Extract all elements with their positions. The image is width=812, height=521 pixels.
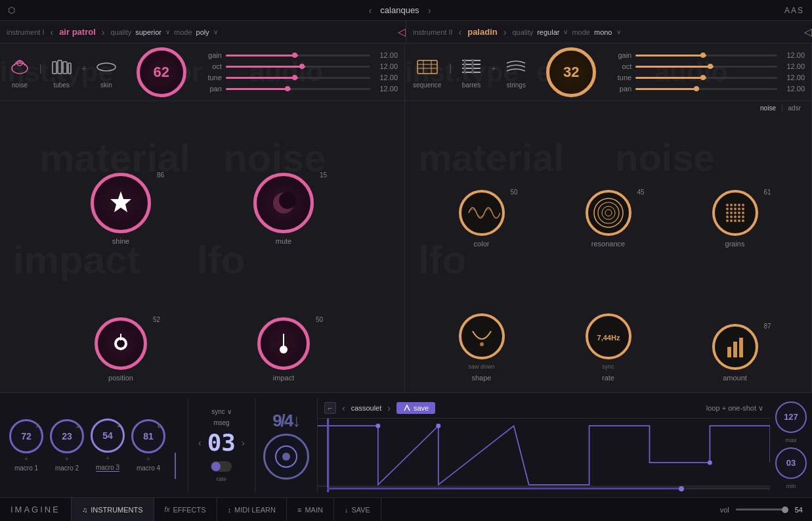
effects-icon: fx bbox=[165, 506, 170, 513]
svg-point-34 bbox=[734, 204, 737, 206]
mseg-prev-btn[interactable]: ‹ bbox=[196, 438, 203, 448]
inst2-slider-gain[interactable]: gain 12.00 bbox=[613, 51, 805, 59]
title-prev-btn[interactable]: ‹ bbox=[367, 5, 374, 16]
inst2-name: paladin bbox=[467, 27, 498, 37]
svg-point-65 bbox=[436, 424, 440, 428]
midi-icon: ↕ bbox=[228, 506, 232, 514]
knob-color[interactable]: 50 color bbox=[459, 190, 505, 248]
mseg-toggle[interactable] bbox=[211, 461, 232, 472]
inst2-strings-label: strings bbox=[506, 81, 525, 89]
inst1-mode-arrow[interactable]: ∨ bbox=[213, 28, 218, 35]
inst1-prev-btn[interactable]: ‹ bbox=[48, 27, 55, 37]
macro3-item: 1 54 + macro 3 bbox=[91, 419, 125, 472]
aas-label: AAS bbox=[784, 6, 804, 15]
svg-point-50 bbox=[738, 215, 740, 218]
macro1-knob[interactable]: 7 72 bbox=[9, 419, 43, 453]
knob-grains[interactable]: 61 bbox=[712, 190, 758, 248]
macro3-knob[interactable]: 1 54 bbox=[91, 419, 125, 453]
top-bar: ⬡ ‹ calanques › AAS bbox=[0, 0, 812, 21]
inst2-prev-btn[interactable]: ‹ bbox=[457, 27, 464, 37]
svg-point-56 bbox=[742, 219, 744, 222]
inst1-slider-gain[interactable]: gain 12.00 bbox=[203, 51, 398, 59]
top-title-area: ‹ calanques › bbox=[367, 5, 433, 16]
macros-area: 7 72 + macro 1 3 23 + macro 2 1 54 bbox=[0, 398, 188, 492]
noise-tab[interactable]: noise bbox=[758, 104, 779, 112]
inst1-header-panel: instrument I ‹ air patrol › quality supe… bbox=[0, 21, 398, 43]
save-button[interactable]: save bbox=[396, 402, 435, 414]
waveform-scrubber[interactable] bbox=[327, 487, 770, 489]
inst2-quality-label: quality bbox=[512, 28, 533, 36]
svg-point-42 bbox=[726, 212, 729, 214]
inst2-next-btn[interactable]: › bbox=[502, 27, 509, 37]
inst1-quality-arrow[interactable]: ∨ bbox=[165, 28, 170, 35]
min-knob[interactable]: 03 bbox=[775, 447, 807, 479]
macro4-num: 8 bbox=[158, 422, 161, 429]
plus1: | bbox=[39, 63, 42, 81]
macro4-knob[interactable]: 8 81 bbox=[131, 419, 165, 453]
knob-amount[interactable]: 87 amount bbox=[712, 324, 758, 382]
mute-val: 15 bbox=[320, 171, 327, 179]
inst2-slider-oct[interactable]: oct 12.00 bbox=[613, 62, 805, 70]
inst1-icon-skin[interactable]: skin bbox=[95, 55, 118, 89]
mseg-label: mseg bbox=[213, 419, 229, 426]
inst2-slider-tune[interactable]: tune 12.00 bbox=[613, 74, 805, 81]
knob-shine[interactable]: 86 shine bbox=[91, 173, 151, 245]
nav-instruments[interactable]: ♫ INSTRUMENTS bbox=[72, 498, 154, 522]
knob-resonance[interactable]: 45 resonance bbox=[586, 190, 631, 248]
svg-point-35 bbox=[738, 204, 740, 206]
svg-point-57 bbox=[480, 342, 484, 346]
inst1-mute-btn[interactable]: ◁ bbox=[398, 21, 406, 43]
macro2-knob[interactable]: 3 23 bbox=[50, 419, 84, 453]
max-knob[interactable]: 127 bbox=[775, 401, 807, 433]
nav-main[interactable]: ≡ MAIN bbox=[287, 498, 334, 522]
macro2-add[interactable]: + bbox=[65, 455, 69, 463]
nav-effects[interactable]: fx EFFECTS bbox=[154, 498, 217, 522]
inst1-dial[interactable]: 62 bbox=[126, 43, 197, 101]
adsr-tab[interactable]: adsr bbox=[786, 104, 803, 112]
inst2-dial[interactable]: 32 bbox=[536, 43, 607, 101]
macro1-val: 72 bbox=[21, 431, 32, 442]
oct-val: 12.00 bbox=[374, 62, 398, 70]
macro4-val: 81 bbox=[143, 431, 154, 442]
knob-impact[interactable]: 50 impact bbox=[257, 317, 310, 382]
cassoulet-mode-btn[interactable]: ⌐ bbox=[324, 402, 336, 414]
knob-shape[interactable]: saw down shape bbox=[459, 313, 505, 382]
mseg-toggle-row bbox=[211, 461, 232, 472]
max-label: max bbox=[785, 437, 796, 443]
knob-mute[interactable]: 15 mute bbox=[253, 173, 314, 245]
waveform-svg bbox=[318, 419, 770, 492]
macro4-add[interactable]: + bbox=[146, 455, 150, 463]
macro1-add[interactable]: + bbox=[24, 455, 28, 463]
inst1-next-btn[interactable]: › bbox=[100, 27, 107, 37]
loop-label[interactable]: loop + one-shot ∨ bbox=[706, 404, 763, 413]
nav-midi[interactable]: ↕ MIDI LEARN bbox=[217, 498, 287, 522]
inst2-seq-label: sequence bbox=[413, 81, 441, 89]
title-next-btn[interactable]: › bbox=[426, 5, 433, 16]
knob-position[interactable]: 52 position bbox=[95, 317, 147, 382]
pan-val: 12.00 bbox=[374, 85, 398, 93]
mseg-next-btn[interactable]: › bbox=[240, 438, 247, 448]
inst2-slider-pan[interactable]: pan 12.00 bbox=[613, 85, 805, 93]
knob-rate[interactable]: 7,44Hz sync rate bbox=[586, 313, 631, 382]
cassoulet-prev[interactable]: ‹ bbox=[340, 403, 347, 413]
cassoulet-top-row: ⌐ ‹ cassoulet › save loop + one-shot ∨ bbox=[318, 398, 770, 419]
inst1-slider-tune[interactable]: tune 12.00 bbox=[203, 74, 398, 81]
inst2-icon-strings[interactable]: strings bbox=[504, 55, 528, 89]
inst2-icon-sequence[interactable]: sequence bbox=[413, 55, 441, 89]
vol-slider[interactable] bbox=[736, 509, 788, 510]
inst1-label: instrument I bbox=[7, 28, 44, 36]
inst2-icon-barres[interactable]: barres bbox=[459, 55, 483, 89]
inst1-icon-noise[interactable]: noise bbox=[8, 55, 32, 89]
sync-dropdown-label[interactable]: sync ∨ bbox=[211, 408, 231, 415]
inst2-quality-arrow[interactable]: ∨ bbox=[563, 28, 568, 35]
inst1-icon-tubes[interactable]: tubes bbox=[50, 55, 74, 89]
inst2-mute-btn[interactable]: ◁ bbox=[804, 21, 812, 43]
inst1-slider-oct[interactable]: oct 12.00 bbox=[203, 62, 398, 70]
inst1-slider-pan[interactable]: pan 12.00 bbox=[203, 85, 398, 93]
nav-save[interactable]: ↓ SAVE bbox=[334, 498, 381, 522]
rate-dial[interactable] bbox=[263, 434, 309, 480]
cassoulet-next[interactable]: › bbox=[385, 403, 393, 413]
vol-thumb[interactable] bbox=[782, 507, 788, 513]
inst2-mode-arrow[interactable]: ∨ bbox=[616, 28, 621, 35]
macro3-add[interactable]: + bbox=[106, 455, 110, 462]
